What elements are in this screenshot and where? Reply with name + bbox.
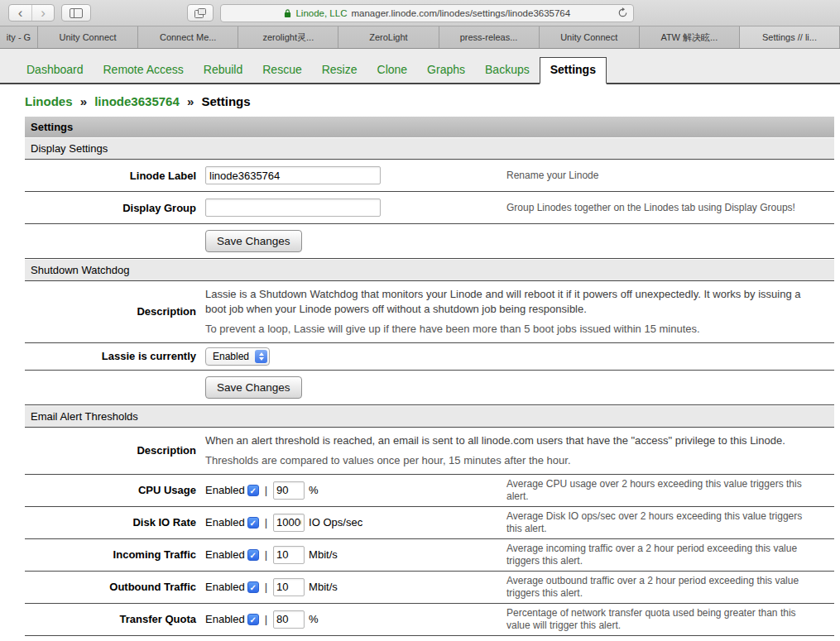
breadcrumb-linode-link[interactable]: linode3635764: [94, 94, 180, 108]
enabled-checkbox[interactable]: ✓: [247, 581, 259, 593]
pipe-separator: |: [263, 484, 269, 496]
enabled-label: Enabled: [205, 484, 245, 496]
nav-tab-rebuild[interactable]: Rebuild: [194, 58, 252, 83]
refresh-button[interactable]: [616, 7, 629, 21]
back-button[interactable]: ‹: [9, 5, 31, 21]
save-changes-button[interactable]: Save Changes: [205, 376, 302, 399]
breadcrumb-separator: »: [76, 94, 91, 108]
nav-tab-rescue[interactable]: Rescue: [252, 58, 311, 83]
field-label: Description: [25, 444, 205, 457]
field-label: Lassie is currently: [25, 350, 205, 362]
nav-tab-dashboard[interactable]: Dashboard: [17, 58, 94, 83]
sidebar-toggle-button[interactable]: [61, 4, 91, 22]
field-label: Description: [25, 305, 205, 318]
tab-overview-button[interactable]: [187, 4, 214, 22]
enabled-checkbox[interactable]: ✓: [247, 517, 259, 529]
save-changes-button[interactable]: Save Changes: [205, 230, 302, 252]
breadcrumb-current: Settings: [201, 94, 250, 108]
browser-tab[interactable]: press-releas...: [439, 26, 540, 48]
outbound-traffic-row: Outbound Traffic Enabled ✓ | Mbit/s Aver…: [25, 572, 834, 604]
tab-label: press-releas...: [460, 32, 518, 42]
section-shutdown-watchdog: Shutdown Watchdog: [25, 259, 834, 281]
check-icon: ✓: [248, 550, 258, 561]
pipe-separator: |: [263, 548, 269, 561]
browser-tab[interactable]: Unity Connect: [540, 26, 640, 48]
browser-tab[interactable]: Connect Me...: [138, 26, 238, 48]
enabled-label: Enabled: [205, 548, 245, 561]
field-hint: Average incoming traffic over a 2 hour p…: [506, 543, 834, 567]
linode-tab-nav: Dashboard Remote Access Rebuild Rescue R…: [0, 49, 840, 84]
browser-tab[interactable]: ity - G: [0, 26, 38, 48]
section-email-alerts: Email Alert Thresholds: [25, 405, 834, 428]
field-label: CPU Usage: [25, 484, 205, 496]
display-group-row: Display Group Group Linodes together on …: [25, 192, 834, 224]
nav-tab-graphs[interactable]: Graphs: [417, 58, 475, 83]
display-group-input[interactable]: [205, 199, 381, 217]
tab-label: Settings // li...: [762, 32, 817, 42]
enabled-checkbox[interactable]: ✓: [247, 549, 259, 561]
lassie-select[interactable]: Enabled: [205, 347, 270, 366]
pipe-separator: |: [263, 516, 269, 529]
check-icon: ✓: [248, 518, 258, 529]
nav-tab-remote-access[interactable]: Remote Access: [94, 58, 194, 83]
breadcrumb: Linodes » linode3635764 » Settings: [0, 84, 840, 117]
linode-label-row: Linode Label Rename your Linode: [25, 160, 834, 192]
forward-button[interactable]: ›: [31, 5, 54, 21]
tab-overview-icon: [194, 8, 206, 18]
browser-tab[interactable]: Unity Connect: [38, 26, 138, 48]
tab-label: Unity Connect: [560, 32, 617, 42]
address-bar[interactable]: Linode, LLC manager.linode.com/linodes/s…: [220, 4, 634, 22]
unit-label: Mbit/s: [309, 548, 338, 561]
nav-tab-settings[interactable]: Settings: [540, 57, 607, 84]
enabled-checkbox[interactable]: ✓: [247, 614, 259, 625]
enabled-checkbox[interactable]: ✓: [247, 485, 259, 496]
cpu-threshold-input[interactable]: [273, 481, 305, 500]
sidebar-icon: [70, 8, 83, 18]
breadcrumb-linodes-link[interactable]: Linodes: [25, 94, 73, 108]
unit-label: %: [309, 484, 319, 496]
disk-io-row: Disk IO Rate Enabled ✓ | IO Ops/sec Aver…: [25, 507, 834, 539]
incoming-traffic-input[interactable]: [273, 546, 305, 564]
lassie-row: Lassie is currently Enabled: [25, 343, 834, 371]
history-buttons: ‹ ›: [8, 4, 55, 22]
browser-tab[interactable]: ZeroLight: [338, 26, 439, 48]
field-label: Display Group: [25, 202, 205, 214]
field-label: Outbound Traffic: [25, 581, 205, 593]
field-hint: Average CPU usage over 2 hours exceeding…: [506, 478, 834, 503]
browser-tab-active[interactable]: Settings // li...: [740, 26, 840, 48]
field-hint: Average Disk IO ops/sec over 2 hours exc…: [506, 510, 834, 535]
transfer-quota-input[interactable]: [273, 610, 305, 629]
outbound-traffic-input[interactable]: [273, 578, 305, 596]
incoming-traffic-row: Incoming Traffic Enabled ✓ | Mbit/s Aver…: [25, 539, 834, 572]
alerts-save-row: Save Changes: [25, 636, 834, 641]
alerts-description-note: Thresholds are compared to values once p…: [205, 453, 814, 468]
enabled-label: Enabled: [205, 613, 245, 625]
disk-io-threshold-input[interactable]: [273, 514, 305, 532]
enabled-label: Enabled: [205, 581, 245, 593]
section-display-settings: Display Settings: [25, 137, 834, 160]
nav-tab-clone[interactable]: Clone: [367, 58, 418, 83]
browser-tab[interactable]: zerolight灵...: [238, 26, 338, 48]
tab-label: Unity Connect: [60, 32, 117, 42]
tab-label: zerolight灵...: [262, 31, 314, 44]
enabled-label: Enabled: [205, 516, 245, 529]
linode-label-input[interactable]: [205, 166, 381, 184]
nav-tab-resize[interactable]: Resize: [312, 58, 367, 83]
settings-form: Settings Display Settings Linode Label R…: [25, 117, 834, 641]
cert-name: Linode, LLC: [295, 8, 347, 18]
browser-tab[interactable]: ATW 解决眩...: [640, 26, 740, 48]
check-icon: ✓: [248, 486, 258, 496]
tab-label: Connect Me...: [160, 32, 216, 42]
cpu-usage-row: CPU Usage Enabled ✓ | % Average CPU usag…: [25, 475, 834, 507]
alerts-description-text: When an alert threshold is reached, an e…: [205, 433, 814, 448]
nav-tab-backups[interactable]: Backups: [475, 58, 540, 83]
pipe-separator: |: [263, 581, 269, 593]
field-label: Incoming Traffic: [25, 548, 205, 561]
field-hint: Average outbound traffic over a 2 hour p…: [506, 575, 834, 600]
url-text: manager.linode.com/linodes/settings/lino…: [351, 8, 570, 18]
alerts-description-row: Description When an alert threshold is r…: [25, 428, 834, 475]
transfer-quota-row: Transfer Quota Enabled ✓ | % Percentage …: [25, 604, 834, 636]
display-save-row: Save Changes: [25, 224, 834, 259]
pipe-separator: |: [263, 613, 269, 625]
breadcrumb-separator: »: [183, 94, 198, 108]
